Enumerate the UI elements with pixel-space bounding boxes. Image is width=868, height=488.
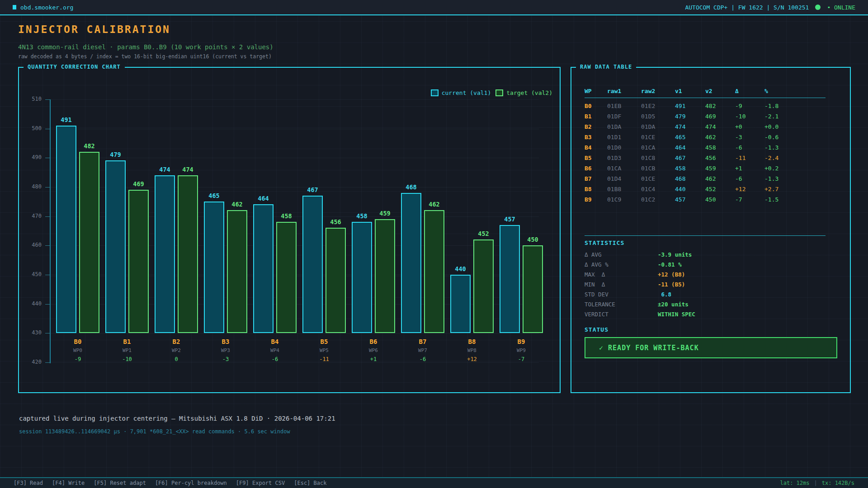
- x-axis-delta-label: +1: [352, 356, 395, 362]
- table-header-cell: v1: [675, 88, 705, 94]
- page-subtitle: 4N13 common-rail diesel · params B0..B9 …: [18, 43, 274, 51]
- bar-group: 457450B9WP9-7: [500, 70, 543, 362]
- cell-wp: B1: [585, 113, 607, 120]
- cell-raw2: 01CB: [641, 165, 675, 172]
- bar-value-label: 464: [258, 195, 269, 202]
- bar-value-label: 482: [84, 142, 94, 150]
- bar-pair: 491482: [56, 70, 99, 333]
- x-axis-category-label: B3: [204, 338, 247, 345]
- cell-percent: +0.2: [764, 165, 839, 172]
- cell-delta: +0: [735, 123, 764, 130]
- bar-value-label: 474: [182, 166, 193, 173]
- shortcut-esc[interactable]: [Esc] Back: [294, 480, 326, 486]
- cell-v1: 457: [675, 196, 705, 203]
- table-header-cell: v2: [705, 88, 735, 94]
- bar-current: 468: [401, 193, 421, 333]
- cell-v2: 456: [705, 155, 735, 161]
- bar-value-label: 452: [478, 230, 489, 237]
- bar-target: 458: [276, 222, 297, 333]
- shortcut-f4[interactable]: [F4] Write: [52, 480, 85, 486]
- cell-raw2: 01E2: [641, 103, 675, 109]
- cell-v1: 479: [675, 113, 705, 120]
- cell-delta: -3: [735, 134, 764, 141]
- y-axis-tick: [45, 158, 50, 158]
- x-axis-category-label: B0: [56, 338, 99, 345]
- bar-current: 457: [500, 225, 520, 333]
- bar-group: 458459B6WP6+1: [352, 70, 395, 362]
- injector-calibration-screen: { "header": { "host": "obd.smooker.org",…: [0, 0, 868, 488]
- cell-v2: 452: [705, 186, 735, 192]
- table-row: B201DA01DA474474+0+0.0: [585, 122, 839, 132]
- cell-raw2: 01DA: [641, 123, 675, 130]
- y-axis-label: 430: [22, 329, 42, 336]
- page-title: INJECTOR CALIBRATION: [18, 23, 170, 35]
- x-axis-delta-label: -6: [401, 356, 444, 362]
- cell-wp: B8: [585, 186, 607, 192]
- statistic-row: MIN Δ-11 (B5): [585, 279, 829, 289]
- cell-wp: B3: [585, 134, 607, 141]
- cell-percent: -1.5: [764, 196, 839, 203]
- cell-v1: 458: [675, 165, 705, 172]
- bar-current: 464: [253, 204, 274, 333]
- bar-value-label: 462: [231, 201, 242, 208]
- x-axis-delta-label: -6: [253, 356, 297, 362]
- cell-delta: -9: [735, 103, 764, 109]
- table-header-row: WPraw1raw2v1v2Δ%: [585, 84, 839, 98]
- x-axis-workpoint-label: WP8: [450, 347, 494, 353]
- cell-raw1: 01C9: [607, 196, 641, 203]
- cell-percent: -2.4: [764, 155, 839, 161]
- bar-pair: 440452: [450, 70, 494, 333]
- x-axis-delta-label: 0: [155, 356, 198, 362]
- statistic-label: TOLERANCE: [585, 301, 658, 308]
- bar-groups: 491482B0WP0-9479469B1WP1-10474474B2WP204…: [56, 70, 543, 362]
- table-header-cell: %: [764, 88, 839, 94]
- bar-value-label: 474: [159, 166, 170, 173]
- bar-group: 467456B5WP5-11: [302, 70, 346, 362]
- cell-percent: -1.3: [764, 175, 839, 182]
- y-axis-label: 450: [22, 271, 42, 277]
- table-panel-title: RAW DATA TABLE: [576, 64, 636, 70]
- bar-current: 479: [105, 160, 126, 333]
- host-label: obd.smooker.org: [13, 4, 73, 11]
- status-message: ✓ READY FOR WRITE-BACK: [599, 344, 699, 352]
- cell-delta: -6: [735, 144, 764, 151]
- bar-value-label: 462: [429, 201, 439, 208]
- raw-data-table: WPraw1raw2v1v2Δ%B001EB01E2491482-9-1.8B1…: [585, 84, 839, 205]
- bar-pair: 458459: [352, 70, 395, 333]
- terminal-square-icon: [13, 5, 16, 9]
- x-axis-category-label: B5: [302, 338, 346, 345]
- statistic-value: +12 (B8): [658, 271, 829, 278]
- bar-group: 440452B8WP8+12: [450, 70, 494, 362]
- shortcut-f6[interactable]: [F6] Per-cyl breakdown: [155, 480, 227, 486]
- footer-separator: |: [814, 480, 817, 486]
- statistic-row: Δ AVG-3.9 units: [585, 249, 829, 259]
- x-axis-workpoint-label: WP7: [401, 347, 444, 353]
- table-row: B301D101CE465462-3-0.6: [585, 132, 839, 142]
- cell-wp: B2: [585, 123, 607, 130]
- table-row: B801B801C4440452+12+2.7: [585, 184, 839, 194]
- bar-value-label: 459: [379, 210, 390, 217]
- table-header-cell: Δ: [735, 88, 764, 94]
- cell-delta: -6: [735, 175, 764, 182]
- statistic-value: ±20 units: [658, 301, 829, 308]
- bar-target: 462: [227, 210, 247, 333]
- shortcut-f9[interactable]: [F9] Export CSV: [236, 480, 285, 486]
- bar-value-label: 458: [281, 212, 292, 220]
- shortcut-f3[interactable]: [F3] Read: [14, 480, 43, 486]
- x-axis-delta-label: -7: [500, 356, 543, 362]
- table-header-cell: raw2: [641, 88, 675, 94]
- cell-v1: 467: [675, 155, 705, 161]
- bar-current: 458: [352, 222, 372, 333]
- shortcut-f5[interactable]: [F5] Reset adapt: [94, 480, 146, 486]
- chart-panel-title: QUANTITY CORRECTION CHART: [24, 64, 125, 70]
- x-axis-category-label: B7: [401, 338, 444, 345]
- x-axis-delta-label: -9: [56, 356, 99, 362]
- x-axis-workpoint-label: WP9: [500, 347, 543, 353]
- bar-value-label: 468: [406, 183, 416, 191]
- cell-v2: 469: [705, 113, 735, 120]
- cell-delta: -7: [735, 196, 764, 203]
- cell-wp: B4: [585, 144, 607, 151]
- status-ready-banner: ✓ READY FOR WRITE-BACK: [585, 337, 837, 358]
- bar-pair: 464458: [253, 70, 297, 333]
- cell-delta: +12: [735, 186, 764, 192]
